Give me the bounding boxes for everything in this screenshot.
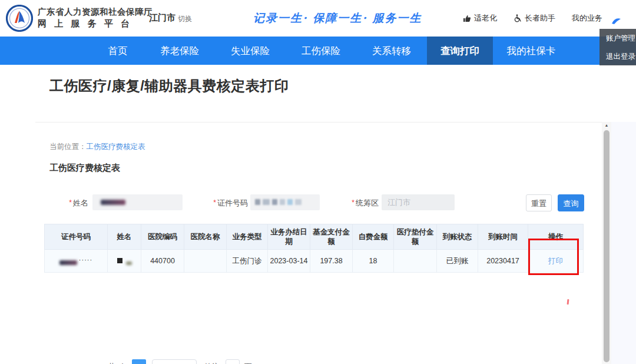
- cell-fund-amount: 197.38: [310, 250, 353, 273]
- user-dropdown-menu: 账户管理 退出登录: [599, 29, 636, 65]
- required-mark: *: [213, 198, 216, 207]
- page-size-select[interactable]: 10条/页: [152, 359, 197, 364]
- reset-button[interactable]: 重置: [526, 194, 552, 211]
- nav-item-social-card[interactable]: 我的社保卡: [493, 37, 569, 65]
- pagination: 共1条 1 10条/页 前往 1 页: [0, 358, 636, 364]
- goto-unit-label: 页: [244, 362, 252, 364]
- menu-item-logout[interactable]: 退出登录: [599, 48, 636, 65]
- search-button[interactable]: 查询: [558, 194, 584, 211]
- my-business-label: 我的业务: [572, 13, 602, 24]
- elder-helper-label: 长者助手: [525, 13, 555, 24]
- elder-mode-label: 适老化: [474, 13, 497, 24]
- breadcrumb: 当前位置：工伤医疗费核定表: [49, 142, 145, 152]
- col-advance-amount: 医疗垫付金额: [394, 224, 437, 250]
- switch-city-link[interactable]: 切换: [178, 14, 192, 24]
- col-name: 姓名: [108, 224, 141, 250]
- nav-item-transfer[interactable]: 关系转移: [356, 37, 427, 65]
- col-self-amount: 自费金额: [353, 224, 394, 250]
- cell-arrival-time: 20230417: [478, 250, 528, 273]
- col-action: 操作: [528, 224, 584, 250]
- masked-name-value: [101, 200, 125, 205]
- required-mark: *: [69, 198, 72, 207]
- id-field-label: *证件号码: [188, 198, 248, 209]
- gov-logo-icon: [6, 5, 33, 32]
- col-hospital-name: 医院名称: [184, 224, 227, 250]
- col-id: 证件号码: [45, 224, 108, 250]
- assistant-cursor-icon[interactable]: [611, 16, 622, 25]
- app-window: 广东省人力资源和社会保障厅 网 上 服 务 平 台 江门市 切换 记录一生· 保…: [0, 0, 636, 364]
- site-title: 广东省人力资源和社会保障厅 网 上 服 务 平 台: [38, 6, 153, 29]
- cell-advance-amount: [394, 250, 437, 273]
- current-city: 江门市: [149, 12, 175, 24]
- nav-item-injury[interactable]: 工伤保险: [286, 37, 356, 65]
- platform-name: 网 上 服 务 平 台: [38, 18, 153, 29]
- nav-items: 首页 养老保险 失业保险 工伤保险 关系转移 查询打印 我的社保卡: [91, 37, 569, 65]
- page-title: 工伤医疗/康复/辅助器具费核定表打印: [49, 77, 289, 95]
- table-row: ····· 440700 工伤门诊 2023-03-14 197.38 18 已…: [45, 250, 584, 273]
- pagination-total: 共1条: [108, 362, 127, 364]
- col-arrival-time: 到账时间: [478, 224, 528, 250]
- cell-arrival-status: 已到账: [437, 250, 478, 273]
- my-business-button[interactable]: 我的业务: [572, 13, 602, 24]
- region-input: 江门市: [382, 194, 455, 210]
- nav-item-pension[interactable]: 养老保险: [144, 37, 215, 65]
- cell-name: [108, 250, 141, 273]
- menu-item-account[interactable]: 账户管理: [599, 30, 636, 47]
- cell-self-amount: 18: [353, 250, 394, 273]
- masked-id-value: [255, 199, 302, 205]
- breadcrumb-label: 当前位置：: [49, 143, 87, 151]
- cell-finish-date: 2023-03-14: [268, 250, 310, 273]
- col-hospital-code: 医院编码: [141, 224, 184, 250]
- pagination-page-1-button[interactable]: 1: [132, 359, 146, 364]
- site-slogan: 记录一生· 保障一生· 服务一生: [253, 11, 418, 26]
- cell-id: ·····: [45, 250, 108, 273]
- print-link[interactable]: 打印: [548, 257, 563, 265]
- name-field-label: *姓名: [35, 198, 88, 209]
- name-input[interactable]: [92, 194, 183, 210]
- cell-business-type: 工伤门诊: [227, 250, 268, 273]
- cell-hospital-name: [184, 250, 227, 273]
- goto-label: 前往: [204, 362, 219, 364]
- cell-action: 打印: [528, 250, 584, 273]
- main-nav: 首页 养老保险 失业保险 工伤保险 关系转移 查询打印 我的社保卡: [0, 37, 636, 65]
- region-field-label: *统筹区: [321, 198, 379, 209]
- col-arrival-status: 到账状态: [437, 224, 478, 250]
- id-number-input[interactable]: [250, 194, 320, 210]
- nav-item-query-print[interactable]: 查询打印: [427, 37, 493, 65]
- col-business-type: 业务类型: [227, 224, 268, 250]
- wheelchair-icon: [514, 14, 522, 22]
- org-name: 广东省人力资源和社会保障厅: [38, 6, 153, 18]
- masked-name-cell: [117, 258, 122, 263]
- cell-hospital-code: 440700: [141, 250, 184, 273]
- required-mark: *: [352, 198, 355, 207]
- right-gutter: [611, 122, 636, 364]
- elder-mode-icon: [463, 14, 471, 22]
- nav-item-home[interactable]: 首页: [91, 37, 144, 65]
- masked-id-cell: [59, 260, 77, 265]
- table-header-row: 证件号码 姓名 医院编码 医院名称 业务类型 业务办结日期 基金支付金额 自费金…: [45, 224, 584, 250]
- scrollbar-up-icon[interactable]: ▲: [602, 123, 611, 127]
- nav-item-unemployment[interactable]: 失业保险: [215, 37, 286, 65]
- scrollbar[interactable]: ▲: [602, 122, 611, 364]
- section-title: 工伤医疗费核定表: [49, 163, 120, 174]
- header-links: 适老化 长者助手 我的业务: [463, 0, 602, 37]
- elder-mode-button[interactable]: 适老化: [463, 13, 497, 24]
- col-fund-amount: 基金支付金额: [310, 224, 353, 250]
- scrollbar-thumb[interactable]: [604, 130, 610, 362]
- top-header: 广东省人力资源和社会保障厅 网 上 服 务 平 台 江门市 切换 记录一生· 保…: [0, 0, 636, 37]
- goto-page-input[interactable]: 1: [226, 359, 240, 364]
- breadcrumb-link[interactable]: 工伤医疗费核定表: [87, 143, 145, 151]
- results-table: 证件号码 姓名 医院编码 医院名称 业务类型 业务办结日期 基金支付金额 自费金…: [44, 224, 584, 273]
- elder-helper-button[interactable]: 长者助手: [514, 13, 555, 24]
- col-finish-date: 业务办结日期: [268, 224, 310, 250]
